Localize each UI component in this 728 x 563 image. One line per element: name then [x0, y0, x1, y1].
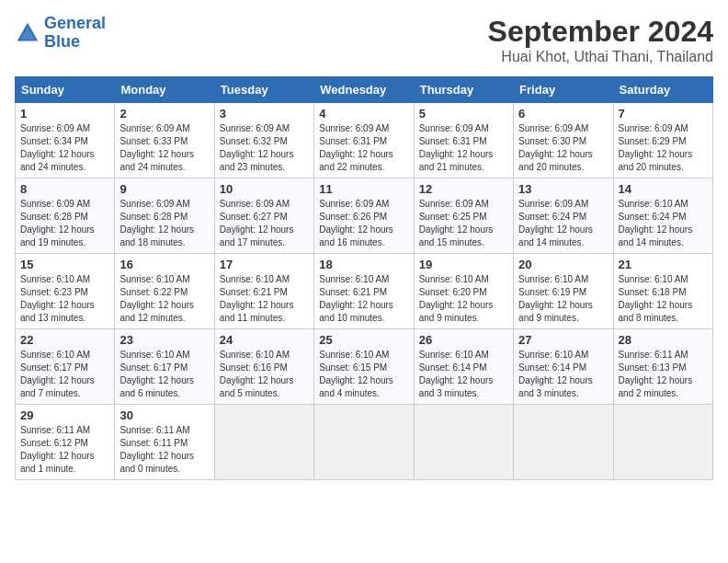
day-info: Sunrise: 6:09 AM Sunset: 6:27 PM Dayligh… — [220, 198, 309, 249]
calendar-day-cell: 10Sunrise: 6:09 AM Sunset: 6:27 PM Dayli… — [214, 178, 313, 254]
day-info: Sunrise: 6:10 AM Sunset: 6:16 PM Dayligh… — [220, 349, 309, 400]
calendar-table: SundayMondayTuesdayWednesdayThursdayFrid… — [15, 76, 713, 480]
day-info: Sunrise: 6:09 AM Sunset: 6:30 PM Dayligh… — [518, 122, 608, 174]
calendar-day-cell — [613, 405, 712, 480]
page-subtitle: Huai Khot, Uthai Thani, Thailand — [488, 49, 713, 65]
calendar-week-row: 15Sunrise: 6:10 AM Sunset: 6:23 PM Dayli… — [16, 254, 713, 329]
weekday-header: Saturday — [613, 77, 712, 103]
day-info: Sunrise: 6:09 AM Sunset: 6:34 PM Dayligh… — [20, 122, 109, 174]
calendar-day-cell: 5Sunrise: 6:09 AM Sunset: 6:31 PM Daylig… — [414, 103, 513, 178]
day-number: 12 — [419, 182, 508, 196]
logo-text: General Blue — [44, 15, 106, 52]
day-number: 8 — [20, 182, 109, 196]
calendar-day-cell: 17Sunrise: 6:10 AM Sunset: 6:21 PM Dayli… — [214, 254, 313, 329]
calendar-day-cell — [514, 405, 613, 480]
day-number: 24 — [220, 333, 309, 347]
day-info: Sunrise: 6:09 AM Sunset: 6:28 PM Dayligh… — [119, 198, 209, 249]
calendar-day-cell — [314, 405, 414, 480]
day-number: 3 — [220, 107, 309, 121]
day-info: Sunrise: 6:10 AM Sunset: 6:24 PM Dayligh… — [619, 198, 708, 249]
day-info: Sunrise: 6:09 AM Sunset: 6:33 PM Dayligh… — [119, 122, 209, 174]
weekday-header: Thursday — [414, 77, 513, 103]
calendar-day-cell: 22Sunrise: 6:10 AM Sunset: 6:17 PM Dayli… — [16, 329, 115, 405]
day-info: Sunrise: 6:09 AM Sunset: 6:31 PM Dayligh… — [419, 122, 508, 174]
day-number: 18 — [319, 258, 408, 271]
day-info: Sunrise: 6:10 AM Sunset: 6:18 PM Dayligh… — [619, 273, 708, 325]
day-number: 28 — [619, 333, 708, 347]
calendar-day-cell: 7Sunrise: 6:09 AM Sunset: 6:29 PM Daylig… — [613, 103, 712, 178]
title-block: September 2024 Huai Khot, Uthai Thani, T… — [488, 15, 713, 65]
calendar-day-cell: 8Sunrise: 6:09 AM Sunset: 6:28 PM Daylig… — [16, 178, 115, 254]
day-number: 16 — [119, 258, 209, 271]
day-info: Sunrise: 6:10 AM Sunset: 6:21 PM Dayligh… — [220, 273, 309, 325]
day-info: Sunrise: 6:10 AM Sunset: 6:14 PM Dayligh… — [518, 349, 608, 400]
day-number: 22 — [20, 333, 109, 347]
page-header: General Blue September 2024 Huai Khot, U… — [15, 15, 713, 65]
calendar-day-cell: 21Sunrise: 6:10 AM Sunset: 6:18 PM Dayli… — [613, 254, 712, 329]
calendar-day-cell: 27Sunrise: 6:10 AM Sunset: 6:14 PM Dayli… — [514, 329, 613, 405]
day-number: 10 — [220, 182, 309, 196]
day-number: 11 — [319, 182, 408, 196]
day-number: 7 — [619, 107, 708, 121]
calendar-day-cell: 30Sunrise: 6:11 AM Sunset: 6:11 PM Dayli… — [115, 405, 214, 480]
day-info: Sunrise: 6:09 AM Sunset: 6:28 PM Dayligh… — [20, 198, 109, 249]
calendar-day-cell: 28Sunrise: 6:11 AM Sunset: 6:13 PM Dayli… — [613, 329, 712, 405]
day-info: Sunrise: 6:09 AM Sunset: 6:31 PM Dayligh… — [319, 122, 408, 174]
day-number: 26 — [419, 333, 508, 347]
calendar-week-row: 1Sunrise: 6:09 AM Sunset: 6:34 PM Daylig… — [16, 103, 713, 178]
day-info: Sunrise: 6:10 AM Sunset: 6:15 PM Dayligh… — [319, 349, 408, 400]
calendar-day-cell: 19Sunrise: 6:10 AM Sunset: 6:20 PM Dayli… — [414, 254, 513, 329]
calendar-day-cell: 16Sunrise: 6:10 AM Sunset: 6:22 PM Dayli… — [115, 254, 214, 329]
day-number: 14 — [619, 182, 708, 196]
day-info: Sunrise: 6:11 AM Sunset: 6:11 PM Dayligh… — [119, 424, 209, 476]
calendar-day-cell: 24Sunrise: 6:10 AM Sunset: 6:16 PM Dayli… — [214, 329, 313, 405]
day-number: 15 — [20, 258, 109, 271]
day-number: 25 — [319, 333, 408, 347]
day-info: Sunrise: 6:10 AM Sunset: 6:14 PM Dayligh… — [419, 349, 508, 400]
day-number: 5 — [419, 107, 508, 121]
day-number: 29 — [20, 408, 109, 422]
day-info: Sunrise: 6:10 AM Sunset: 6:17 PM Dayligh… — [20, 349, 109, 400]
day-number: 6 — [518, 107, 608, 121]
day-number: 1 — [20, 107, 109, 121]
calendar-week-row: 22Sunrise: 6:10 AM Sunset: 6:17 PM Dayli… — [16, 329, 713, 405]
day-info: Sunrise: 6:10 AM Sunset: 6:22 PM Dayligh… — [119, 273, 209, 325]
calendar-day-cell: 12Sunrise: 6:09 AM Sunset: 6:25 PM Dayli… — [414, 178, 513, 254]
logo: General Blue — [15, 15, 106, 52]
calendar-day-cell: 29Sunrise: 6:11 AM Sunset: 6:12 PM Dayli… — [16, 405, 115, 480]
day-number: 30 — [119, 408, 209, 422]
calendar-day-cell: 11Sunrise: 6:09 AM Sunset: 6:26 PM Dayli… — [314, 178, 414, 254]
day-number: 21 — [619, 258, 708, 271]
day-info: Sunrise: 6:09 AM Sunset: 6:25 PM Dayligh… — [419, 198, 508, 249]
calendar-day-cell: 26Sunrise: 6:10 AM Sunset: 6:14 PM Dayli… — [414, 329, 513, 405]
weekday-header: Monday — [115, 77, 214, 103]
day-info: Sunrise: 6:09 AM Sunset: 6:26 PM Dayligh… — [319, 198, 408, 249]
day-info: Sunrise: 6:11 AM Sunset: 6:13 PM Dayligh… — [619, 349, 708, 400]
weekday-header-row: SundayMondayTuesdayWednesdayThursdayFrid… — [16, 77, 713, 103]
day-info: Sunrise: 6:10 AM Sunset: 6:17 PM Dayligh… — [119, 349, 209, 400]
calendar-day-cell: 18Sunrise: 6:10 AM Sunset: 6:21 PM Dayli… — [314, 254, 414, 329]
day-number: 27 — [518, 333, 608, 347]
day-number: 20 — [518, 258, 608, 271]
day-number: 13 — [518, 182, 608, 196]
calendar-day-cell: 1Sunrise: 6:09 AM Sunset: 6:34 PM Daylig… — [16, 103, 115, 178]
day-number: 17 — [220, 258, 309, 271]
day-info: Sunrise: 6:09 AM Sunset: 6:24 PM Dayligh… — [518, 198, 608, 249]
weekday-header: Sunday — [16, 77, 115, 103]
calendar-day-cell: 13Sunrise: 6:09 AM Sunset: 6:24 PM Dayli… — [514, 178, 613, 254]
day-info: Sunrise: 6:10 AM Sunset: 6:19 PM Dayligh… — [518, 273, 608, 325]
logo-icon — [15, 20, 40, 46]
calendar-day-cell — [214, 405, 313, 480]
calendar-week-row: 29Sunrise: 6:11 AM Sunset: 6:12 PM Dayli… — [16, 405, 713, 480]
calendar-day-cell — [414, 405, 513, 480]
weekday-header: Friday — [514, 77, 613, 103]
day-number: 23 — [119, 333, 209, 347]
calendar-day-cell: 14Sunrise: 6:10 AM Sunset: 6:24 PM Dayli… — [613, 178, 712, 254]
calendar-day-cell: 25Sunrise: 6:10 AM Sunset: 6:15 PM Dayli… — [314, 329, 414, 405]
calendar-day-cell: 23Sunrise: 6:10 AM Sunset: 6:17 PM Dayli… — [115, 329, 214, 405]
weekday-header: Wednesday — [314, 77, 414, 103]
day-info: Sunrise: 6:11 AM Sunset: 6:12 PM Dayligh… — [20, 424, 109, 476]
day-number: 2 — [119, 107, 209, 121]
day-info: Sunrise: 6:09 AM Sunset: 6:29 PM Dayligh… — [619, 122, 708, 174]
day-number: 19 — [419, 258, 508, 271]
